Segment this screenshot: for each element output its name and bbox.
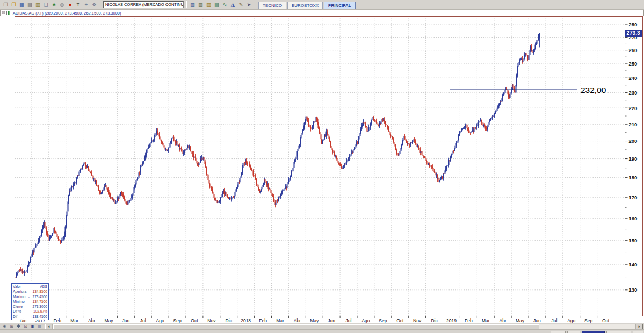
legend-row: Cierre-273.3000 (13, 304, 47, 309)
svg-text:Jun: Jun (328, 318, 335, 323)
comment-icon[interactable]: ✦ (82, 1, 90, 9)
svg-text:190: 190 (629, 156, 638, 162)
window-menu-icon[interactable]: ⊟ (2, 10, 5, 16)
series-icon (6, 11, 11, 15)
symbol-combobox[interactable]: NICOLAS CORREA (MERCADO CONTINUO) (103, 1, 184, 8)
text-tool-icon[interactable]: T (74, 1, 82, 9)
toolbar-separator (186, 1, 187, 8)
bottom-toolbar: ◈⊞✚⊡▣▥ ◄ ► (0, 323, 644, 329)
price-axis-labels: 2802702602502402302202102001901801701601… (625, 21, 638, 293)
svg-text:Sep: Sep (379, 318, 387, 323)
new-chart-icon[interactable]: ❒ (2, 1, 10, 9)
svg-text:Sep: Sep (584, 318, 592, 323)
svg-text:280: 280 (629, 21, 638, 27)
bottom-icon-group: ◈⊞✚⊡▣▥ (1, 323, 43, 329)
legend-row: Dif %-102.67% (13, 309, 47, 314)
tab-tecnico[interactable]: TECNICO (258, 2, 286, 9)
bar-chart-icon[interactable]: ▥ (205, 1, 213, 9)
zoom-out-icon[interactable]: ▥ (36, 323, 43, 329)
file-icon-group: ❒❐▦▤▥❏♣◍●T✦❖ (2, 1, 98, 9)
tab-eurostoxx[interactable]: EUROSTOXX (287, 2, 323, 9)
svg-text:May: May (104, 318, 113, 323)
svg-text:Oct: Oct (191, 318, 198, 323)
svg-text:2019: 2019 (446, 318, 457, 323)
svg-text:Jul: Jul (140, 318, 146, 323)
candlesticks (16, 33, 540, 277)
grid-lines (15, 17, 625, 316)
svg-text:140: 140 (629, 262, 638, 267)
save-icon[interactable]: ▦ (18, 1, 26, 9)
svg-text:260: 260 (629, 47, 638, 53)
svg-text:Feb: Feb (53, 318, 61, 323)
scrollbar-thumb[interactable] (53, 324, 539, 329)
chart-window-titlebar: ⊟ ADIDAS AG (XT) (269.2000, 273.4500, 26… (0, 10, 644, 16)
candlestick-chart-icon[interactable]: ▤ (213, 1, 221, 9)
svg-text:Oct: Oct (396, 318, 404, 323)
svg-text:Mar: Mar (70, 318, 78, 323)
globe-icon[interactable]: ◍ (58, 1, 66, 9)
pointer-mode-icon[interactable]: ➤ (245, 1, 253, 9)
svg-text:200: 200 (629, 138, 638, 144)
svg-text:Oct: Oct (602, 318, 610, 323)
tab-principal[interactable]: PRINCIPAL (324, 2, 356, 9)
status-cell-active (582, 331, 605, 333)
svg-text:Ago: Ago (156, 318, 164, 323)
table-view-icon[interactable]: ▧ (189, 1, 197, 9)
svg-text:220: 220 (629, 105, 638, 111)
objects-tree-icon[interactable]: ♣ (50, 1, 58, 9)
legend-row: Apertura-134.8500 (13, 289, 47, 294)
chart-legend: Valor-ADSApertura-134.8500Máximo-273.450… (11, 283, 49, 320)
legend-row: Máximo-273.4500 (13, 294, 47, 299)
quote-window-icon[interactable]: ▨ (197, 1, 205, 9)
workspace-tabs: TECNICOEUROSTOXXPRINCIPAL (257, 1, 356, 9)
legend-row: Dif-138.4500 (13, 314, 47, 319)
svg-text:Ago: Ago (567, 318, 575, 323)
svg-text:170: 170 (629, 194, 638, 200)
zoom-area-icon[interactable]: ⊡ (22, 323, 29, 329)
function-list-icon[interactable]: ⊞ (8, 323, 15, 329)
copy-icon[interactable]: ❏ (42, 1, 50, 9)
alerts-icon[interactable]: ● (66, 1, 74, 9)
svg-text:Ago: Ago (361, 318, 370, 323)
main-toolbar: ❒❐▦▤▥❏♣◍●T✦❖ NICOLAS CORREA (MERCADO CON… (0, 0, 644, 10)
last-price-tag: 273.3 (625, 30, 642, 37)
open-icon[interactable]: ❐ (10, 1, 18, 9)
svg-text:Mar: Mar (482, 318, 490, 323)
svg-text:210: 210 (629, 121, 638, 127)
zoom-in-icon[interactable]: ▣ (29, 323, 36, 329)
link-windows-icon[interactable]: ❖ (90, 1, 98, 9)
svg-text:150: 150 (629, 237, 638, 243)
svg-text:273.3: 273.3 (627, 30, 640, 36)
toolbar-separator (100, 1, 100, 8)
chart-properties-icon[interactable]: ◈ (1, 323, 8, 329)
svg-text:230: 230 (629, 90, 638, 96)
svg-text:2018: 2018 (241, 318, 251, 323)
svg-text:Abr: Abr (88, 318, 95, 323)
svg-text:Jul: Jul (346, 318, 352, 323)
annotation-value-label: 232,00 (581, 85, 606, 95)
status-bar-partial (0, 329, 644, 333)
svg-text:Dic: Dic (226, 318, 233, 323)
svg-text:Mar: Mar (276, 318, 284, 323)
status-cell (633, 331, 643, 333)
svg-text:240: 240 (629, 75, 638, 81)
svg-text:Abr: Abr (500, 318, 506, 323)
draw-tools-icon[interactable]: ✎ (237, 1, 245, 9)
line-chart-icon[interactable]: ∿ (221, 1, 229, 9)
svg-text:160: 160 (629, 215, 638, 221)
status-cell (606, 331, 631, 333)
svg-text:Feb: Feb (465, 318, 473, 323)
export-icon[interactable]: ▥ (34, 1, 42, 9)
svg-text:Sep: Sep (173, 318, 181, 323)
svg-text:Nov: Nov (413, 318, 422, 323)
svg-text:Jun: Jun (122, 318, 129, 323)
svg-text:130: 130 (629, 287, 638, 293)
legend-row: Valor-ADS (13, 284, 47, 289)
svg-text:Feb: Feb (259, 318, 267, 323)
status-cell (551, 331, 566, 333)
crosshair-icon[interactable]: ✚ (15, 323, 22, 329)
print-icon[interactable]: ▤ (26, 1, 34, 9)
price-chart[interactable]: 2802702602502402302202102001901801701601… (0, 16, 644, 323)
svg-text:May: May (310, 318, 319, 323)
area-chart-icon[interactable]: ◮ (229, 1, 237, 9)
